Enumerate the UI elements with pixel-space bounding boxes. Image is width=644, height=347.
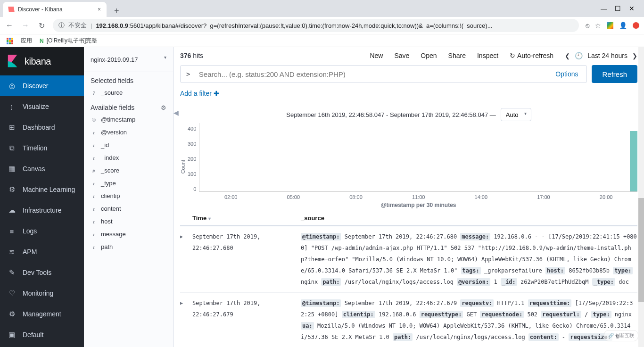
field-type-icon: t	[91, 130, 97, 135]
sidebar-item-management[interactable]: ⚙Management	[0, 304, 84, 324]
x-axis-label: @timestamp per 30 minutes	[199, 202, 637, 208]
time-picker[interactable]: ❮ 🕘 Last 24 hours ❯	[565, 52, 637, 59]
refresh-button[interactable]: Refresh	[592, 65, 637, 83]
histogram-chart: Count 4003002001000 02:0005:0008:0011:00…	[173, 121, 644, 211]
gear-icon[interactable]: ⚙	[161, 104, 166, 111]
star-icon[interactable]: ☆	[595, 22, 601, 29]
field-_index[interactable]: t_index	[84, 151, 173, 164]
chart-plot[interactable]: 02:0005:0008:0011:0014:0017:0020:00 @tim…	[199, 123, 637, 192]
field-type-icon: t	[91, 193, 97, 199]
chart-bar[interactable]	[630, 131, 637, 191]
sidebar-item-dev-tools[interactable]: ✎Dev Tools	[0, 262, 84, 283]
url-text: 192.168.0.9:5601/app/kibana#/discover?_g…	[96, 22, 492, 29]
field-clientip[interactable]: tclientip	[84, 190, 173, 202]
open-button[interactable]: Open	[421, 52, 437, 59]
top-bar: 376 hits New Save Open Share Inspect ↻ A…	[173, 47, 644, 60]
table-row: ▶September 17th 2019, 22:46:27.680@times…	[180, 226, 637, 293]
auto-refresh-button[interactable]: ↻ Auto-refresh	[510, 52, 553, 59]
chart-header: ◀ September 16th 2019, 22:46:58.047 - Se…	[173, 103, 644, 121]
scrollbar-thumb[interactable]	[638, 198, 644, 302]
new-button[interactable]: New	[370, 52, 383, 59]
sidebar-item-apm[interactable]: ≋APM	[0, 241, 84, 262]
reload-icon[interactable]: ↻	[37, 21, 46, 30]
profile-icon[interactable]: 👤	[619, 22, 627, 29]
default-icon: ▣	[8, 330, 16, 339]
field-_score[interactable]: #_score	[84, 164, 173, 177]
field-_source[interactable]: ?_source	[84, 86, 173, 99]
field-_type[interactable]: t_type	[84, 177, 173, 190]
col-source-header[interactable]: _source	[301, 215, 637, 222]
expand-row-icon[interactable]: ▶	[180, 231, 192, 288]
close-window-icon[interactable]: ✕	[629, 5, 635, 12]
col-time-header[interactable]: Time ▾	[192, 215, 301, 222]
x-axis-ticks: 02:0005:0008:0011:0014:0017:0020:00	[199, 194, 637, 200]
sidebar-item-infrastructure[interactable]: ☁Infrastructure	[0, 200, 84, 221]
add-filter-button[interactable]: Add a filter ✚	[180, 90, 219, 97]
field-@timestamp[interactable]: ©@timestamp	[84, 113, 173, 126]
sidebar-item-discover[interactable]: ◎Discover	[0, 75, 84, 96]
share-button[interactable]: Share	[448, 52, 466, 59]
time-range-text: September 16th 2019, 22:46:58.047 - Sept…	[286, 111, 496, 118]
doc-table: Time ▾ _source ▶September 17th 2019, 22:…	[173, 211, 644, 347]
browser-chrome: Discover - Kibana × + — ☐ ✕ ← → ↻ ⓘ 不安全 …	[0, 0, 644, 47]
field-_id[interactable]: t_id	[84, 139, 173, 151]
inspect-button[interactable]: Inspect	[477, 52, 498, 59]
bookmark-bar: 应用 N[O'Reilly电子书]完整	[0, 34, 644, 47]
scrollbar-track[interactable]	[638, 47, 644, 347]
sidebar-item-logs[interactable]: ≡Logs	[0, 221, 84, 241]
index-pattern-select[interactable]: nginx-2019.09.17	[84, 47, 173, 72]
new-tab-button[interactable]: +	[110, 5, 123, 17]
kibana-favicon	[8, 7, 15, 12]
field-host[interactable]: thost	[84, 215, 173, 228]
maximize-icon[interactable]: ☐	[615, 5, 620, 12]
ext-red-icon[interactable]	[633, 22, 639, 29]
sidebar-item-dashboard[interactable]: ⊞Dashboard	[0, 117, 84, 138]
field-type-icon: t	[91, 231, 97, 237]
search-box[interactable]: >_ Options	[180, 65, 587, 83]
window-controls: — ☐ ✕	[594, 0, 641, 12]
url-input[interactable]: ⓘ 不安全 | 192.168.0.9:5601/app/kibana#/dis…	[53, 19, 579, 32]
main-content: 376 hits New Save Open Share Inspect ↻ A…	[173, 47, 644, 347]
time-next-icon[interactable]: ❯	[632, 52, 637, 59]
browser-tab[interactable]: Discover - Kibana ×	[3, 2, 107, 17]
back-icon[interactable]: ←	[5, 21, 14, 30]
selected-fields-header: Selected fields	[84, 72, 173, 86]
field-path[interactable]: tpath	[84, 240, 173, 253]
close-tab-icon[interactable]: ×	[98, 6, 101, 13]
sidebar-item-canvas[interactable]: ▦Canvas	[0, 158, 84, 179]
sidebar-item-timelion[interactable]: ⧉Timelion	[0, 138, 84, 158]
search-input[interactable]	[199, 70, 548, 78]
field-type-icon: t	[91, 181, 97, 186]
apm-icon: ≋	[8, 248, 16, 256]
sidebar-item-default[interactable]: ▣Default	[0, 324, 84, 345]
discover-icon: ◎	[8, 82, 16, 90]
field-content[interactable]: tcontent	[84, 202, 173, 215]
row-source: @timestamp: September 17th 2019, 22:46:2…	[301, 297, 637, 343]
canvas-icon: ▦	[8, 165, 16, 173]
interval-select[interactable]: Auto	[501, 108, 531, 121]
timelion-icon: ⧉	[8, 144, 16, 152]
logo[interactable]: kibana	[0, 47, 84, 75]
y-axis-label: Count	[180, 160, 186, 174]
expand-row-icon[interactable]: ▶	[180, 297, 192, 343]
sidebar-item-visualize[interactable]: ⫿Visualize	[0, 96, 84, 117]
apps-label[interactable]: 应用	[21, 37, 32, 45]
address-bar: ← → ↻ ⓘ 不安全 | 192.168.0.9:5601/app/kiban…	[0, 17, 644, 34]
apps-grid-icon[interactable]	[7, 38, 13, 44]
time-prev-icon[interactable]: ❮	[565, 52, 570, 59]
minimize-icon[interactable]: —	[601, 5, 606, 12]
bookmark-oreilly[interactable]: N[O'Reilly电子书]完整	[40, 37, 97, 45]
forward-icon[interactable]: →	[21, 21, 30, 30]
save-button[interactable]: Save	[394, 52, 409, 59]
table-row: ▶September 17th 2019, 22:46:27.679@times…	[180, 293, 637, 347]
sidebar-item-monitoring[interactable]: ♡Monitoring	[0, 283, 84, 304]
field-@version[interactable]: t@version	[84, 126, 173, 139]
row-time: September 17th 2019, 22:46:27.679	[192, 297, 301, 343]
ext-icon[interactable]	[607, 22, 613, 29]
field-message[interactable]: tmessage	[84, 228, 173, 240]
sidebar-item-machine-learning[interactable]: ⚙Machine Learning	[0, 179, 84, 200]
field-type-icon: t	[91, 206, 97, 212]
collapse-chart-icon[interactable]: ◀	[173, 109, 179, 116]
translate-icon[interactable]: ⎋	[586, 22, 589, 29]
search-options[interactable]: Options	[553, 70, 581, 78]
